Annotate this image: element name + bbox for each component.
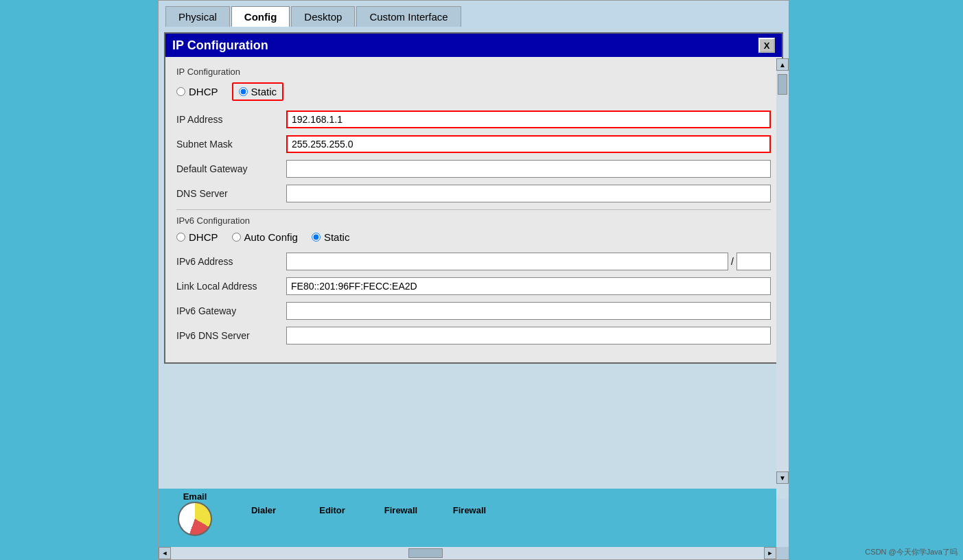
ipv6-address-row: IPv6 Address / — [176, 253, 771, 270]
vertical-scrollbar[interactable]: ▲ ▼ — [776, 58, 789, 484]
ipv6-section-label: IPv6 Configuration — [176, 215, 771, 226]
ipv6-dhcp-radio[interactable] — [176, 233, 185, 242]
ipv6-auto-config-radio[interactable] — [232, 233, 241, 242]
ipv6-link-local-input[interactable] — [286, 277, 771, 295]
scrollbar-corner — [776, 547, 789, 559]
app-firewall2[interactable]: Firewall — [439, 491, 500, 515]
ipv6-dhcp-label: DHCP — [189, 231, 218, 243]
ipv4-dhcp-option[interactable]: DHCP — [176, 86, 218, 97]
ipv4-dns-input[interactable] — [286, 185, 771, 202]
firewall1-label: Firewall — [384, 505, 417, 515]
ipv4-static-label: Static — [251, 86, 277, 97]
horizontal-scrollbar[interactable]: ◄ ► — [159, 547, 776, 559]
ipv6-static-option[interactable]: Static — [312, 231, 350, 243]
scroll-up-arrow[interactable]: ▲ — [776, 58, 789, 71]
ipv4-dns-row: DNS Server — [176, 185, 771, 202]
app-editor[interactable]: Editor — [301, 491, 363, 515]
ipv4-static-radio[interactable] — [239, 87, 248, 96]
tab-desktop[interactable]: Desktop — [291, 6, 355, 27]
ipv6-slash: / — [728, 256, 736, 267]
close-button[interactable]: X — [758, 38, 775, 53]
ip-config-titlebar: IP Configuration X — [165, 34, 782, 57]
ipv6-dns-row: IPv6 DNS Server — [176, 327, 771, 345]
scroll-left-arrow[interactable]: ◄ — [159, 547, 171, 559]
ipv4-ip-address-label: IP Address — [176, 114, 286, 125]
scroll-right-arrow[interactable]: ► — [764, 547, 776, 559]
ipv4-subnet-mask-input[interactable] — [286, 135, 771, 153]
app-firewall1[interactable]: Firewall — [370, 491, 432, 515]
editor-label: Editor — [319, 505, 345, 515]
h-scroll-track — [171, 547, 764, 559]
tab-bar: Physical Config Desktop Custom Interface — [159, 1, 789, 27]
app-dialer[interactable]: Dialer — [233, 491, 294, 515]
firewall2-label: Firewall — [453, 505, 486, 515]
section-divider — [176, 209, 771, 210]
ipv6-link-local-label: Link Local Address — [176, 281, 286, 292]
ipv6-address-main-input[interactable] — [286, 253, 728, 270]
scroll-thumb[interactable] — [778, 74, 787, 95]
scroll-down-arrow[interactable]: ▼ — [776, 471, 789, 484]
ip-config-window: IP Configuration X IP Configuration DHCP… — [164, 32, 783, 364]
watermark: CSDN @今天你学Java了吗 — [865, 547, 958, 557]
ipv6-gateway-input[interactable] — [286, 302, 771, 320]
ipv4-dhcp-label: DHCP — [189, 86, 218, 97]
ipv6-address-label: IPv6 Address — [176, 256, 286, 267]
ip-config-body: IP Configuration DHCP Static IP Address — [165, 57, 782, 362]
tab-custom-interface[interactable]: Custom Interface — [356, 6, 461, 27]
email-icon — [178, 502, 212, 536]
ipv6-static-label: Static — [324, 231, 350, 243]
ipv4-ip-address-row: IP Address — [176, 110, 771, 128]
email-label: Email — [183, 491, 207, 502]
app-email[interactable]: Email — [164, 491, 226, 536]
ipv6-radio-row: DHCP Auto Config Static — [176, 231, 771, 243]
ipv4-section-label: IP Configuration — [176, 67, 771, 77]
ipv6-auto-config-label: Auto Config — [244, 231, 298, 243]
tab-physical[interactable]: Physical — [165, 6, 230, 27]
tab-config[interactable]: Config — [231, 6, 290, 27]
dialer-label: Dialer — [251, 505, 276, 515]
ipv6-dns-label: IPv6 DNS Server — [176, 330, 286, 341]
bottom-app-bar: Email Dialer Editor Firewall Firewall — [159, 489, 776, 547]
ipv4-radio-row: DHCP Static — [176, 82, 771, 101]
ipv4-dns-label: DNS Server — [176, 188, 286, 199]
ipv4-subnet-mask-row: Subnet Mask — [176, 135, 771, 153]
ipv6-dhcp-option[interactable]: DHCP — [176, 231, 218, 243]
ipv4-gateway-label: Default Gateway — [176, 163, 286, 174]
ipv6-dns-input[interactable] — [286, 327, 771, 345]
h-scroll-thumb[interactable] — [408, 548, 443, 558]
ipv6-link-local-row: Link Local Address — [176, 277, 771, 295]
scroll-track — [776, 71, 789, 471]
ipv4-dhcp-radio[interactable] — [176, 87, 185, 96]
ipv4-static-option[interactable]: Static — [232, 82, 284, 101]
ipv6-address-input-group: / — [286, 253, 771, 270]
ipv4-gateway-row: Default Gateway — [176, 160, 771, 178]
window-title: IP Configuration — [172, 38, 268, 53]
ipv6-gateway-row: IPv6 Gateway — [176, 302, 771, 320]
ipv6-gateway-label: IPv6 Gateway — [176, 305, 286, 316]
ipv6-prefix-input[interactable] — [736, 253, 771, 270]
ipv4-ip-address-input[interactable] — [286, 110, 771, 128]
ipv4-gateway-input[interactable] — [286, 160, 771, 178]
ipv4-subnet-mask-label: Subnet Mask — [176, 139, 286, 150]
ipv6-static-radio[interactable] — [312, 233, 321, 242]
main-content: IP Configuration X IP Configuration DHCP… — [159, 32, 789, 499]
ipv6-auto-config-option[interactable]: Auto Config — [232, 231, 298, 243]
